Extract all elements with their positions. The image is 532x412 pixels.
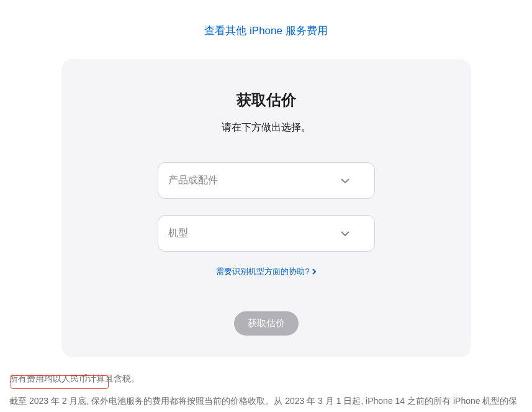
help-link-wrap: 需要识别机型方面的协助?	[86, 265, 446, 277]
footer-line-2: 截至 2023 年 2 月底, 保外电池服务的费用都将按照当前的价格收取。从 2…	[9, 393, 521, 412]
other-service-link[interactable]: 查看其他 iPhone 服务费用	[204, 25, 327, 37]
estimate-card: 获取估价 请在下方做出选择。 产品或配件 机型 需要识别机型方面的协助? 获取估…	[61, 59, 471, 357]
select-model-placeholder: 机型	[168, 227, 188, 240]
top-link-wrap: 查看其他 iPhone 服务费用	[0, 0, 532, 59]
select-model-wrap: 机型	[158, 215, 375, 252]
chevron-right-icon	[312, 267, 316, 277]
footer-line-1: 所有费用均以人民币计算且含税。	[9, 371, 521, 387]
card-title: 获取估价	[86, 90, 446, 110]
select-model[interactable]: 机型	[158, 215, 375, 252]
card-subtitle: 请在下方做出选择。	[86, 121, 446, 134]
select-product-placeholder: 产品或配件	[168, 174, 218, 187]
help-link-label: 需要识别机型方面的协助?	[216, 266, 309, 277]
select-product-wrap: 产品或配件	[158, 162, 375, 199]
footer-notes: 所有费用均以人民币计算且含税。 截至 2023 年 2 月底, 保外电池服务的费…	[9, 371, 521, 412]
chevron-down-icon	[341, 176, 349, 185]
chevron-down-icon	[341, 229, 349, 238]
select-product[interactable]: 产品或配件	[158, 162, 375, 199]
get-estimate-button[interactable]: 获取估价	[234, 311, 299, 336]
identify-model-help-link[interactable]: 需要识别机型方面的协助?	[216, 266, 315, 277]
